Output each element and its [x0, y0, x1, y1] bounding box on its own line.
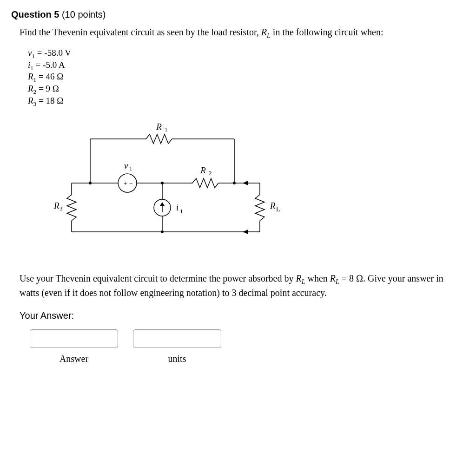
given-i1: i1 = -5.0 A: [28, 59, 465, 71]
answer-input[interactable]: [30, 329, 118, 348]
given-R2: R2 = 9 Ω: [28, 83, 465, 95]
question-number: Question 5: [11, 9, 59, 20]
svg-text:1: 1: [165, 126, 168, 133]
given-R3: R3 = 18 Ω: [28, 95, 465, 107]
units-group: units: [133, 329, 221, 364]
svg-text:v: v: [124, 161, 128, 171]
circuit-diagram: R 1 + − v 1 R 2: [39, 116, 465, 257]
given-values: v1 = -58.0 V i1 = -5.0 A R1 = 46 Ω R2 = …: [28, 47, 465, 106]
svg-text:1: 1: [129, 165, 132, 172]
svg-text:L: L: [276, 206, 280, 213]
question-header: Question 5 (10 points): [11, 9, 465, 20]
svg-text:1: 1: [180, 208, 183, 215]
svg-marker-22: [243, 181, 248, 185]
answer-row: Answer units: [30, 329, 465, 364]
given-R1: R1 = 46 Ω: [28, 71, 465, 83]
answer-group: Answer: [30, 329, 118, 364]
instruction-text: Use your Thevenin equivalent circuit to …: [20, 271, 465, 300]
units-caption: units: [168, 354, 186, 364]
svg-marker-40: [243, 230, 248, 234]
answer-caption: Answer: [60, 354, 88, 364]
your-answer-label: Your Answer:: [20, 310, 465, 321]
svg-marker-30: [160, 202, 165, 206]
given-v1: v1 = -58.0 V: [28, 47, 465, 59]
units-input[interactable]: [133, 329, 221, 348]
svg-text:−: −: [129, 180, 133, 187]
svg-text:3: 3: [60, 205, 63, 212]
svg-text:+: +: [124, 180, 127, 187]
svg-text:R: R: [270, 201, 276, 210]
svg-text:2: 2: [209, 170, 212, 177]
question-prompt: Find the Thevenin equivalent circuit as …: [20, 26, 465, 39]
svg-text:R: R: [53, 201, 60, 210]
svg-text:R: R: [200, 165, 206, 175]
svg-text:R: R: [156, 122, 162, 131]
svg-text:i: i: [176, 203, 178, 212]
svg-point-9: [118, 174, 137, 192]
question-points: (10 points): [62, 9, 106, 20]
